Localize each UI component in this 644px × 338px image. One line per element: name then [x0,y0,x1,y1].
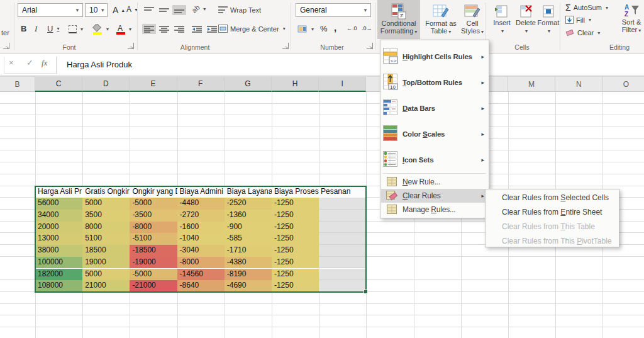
column-header-D[interactable]: D [82,77,130,92]
fill-color-button[interactable] [91,23,111,36]
table-cell[interactable]: -1250 [272,210,319,222]
column-header-F[interactable]: F [177,77,225,92]
enter-icon[interactable]: ✓ [26,58,33,67]
table-cell[interactable]: -21000 [130,280,177,292]
table-cell[interactable]: 13000 [35,233,82,245]
table-cell[interactable]: 21000 [82,280,130,292]
column-header-M[interactable]: M [508,77,555,92]
table-cell[interactable]: -5000 [130,198,177,210]
table-cell[interactable]: 18500 [82,245,130,257]
selected-empty-cell[interactable] [319,210,366,222]
table-cell[interactable]: -1040 [177,233,225,245]
clear-button[interactable]: Clear [564,28,602,38]
column-header-H[interactable]: H [272,77,319,92]
table-cell[interactable]: 20000 [35,222,82,234]
table-cell[interactable]: -8640 [177,280,225,292]
menu-item-manage-rules[interactable]: Manage Rules... [381,203,488,217]
column-header-C[interactable]: C [35,77,82,92]
table-cell[interactable]: 3500 [82,210,130,222]
table-cell[interactable]: 5000 [82,198,130,210]
menu-item-new-rule[interactable]: New Rule... [381,175,488,189]
selected-empty-cell[interactable] [319,257,366,269]
table-header-cell[interactable]: Biaya Proses Pesanan [272,186,366,198]
format-dropdown[interactable] [547,26,550,35]
table-header-cell[interactable]: Gratis Ongkir [82,186,130,198]
column-header-I[interactable]: I [319,77,366,92]
table-cell[interactable]: -1250 [272,280,319,292]
selected-empty-cell[interactable] [319,280,366,292]
table-cell[interactable]: -2520 [225,198,272,210]
format-as-table-button[interactable]: Format as Table [423,0,459,39]
top-align-button[interactable] [142,5,156,15]
decrease-font-size-button[interactable]: A▼ [125,4,140,15]
submenu-item-clear-rules-from-selected-cells[interactable]: Clear Rules from Selected Cells [486,190,618,205]
table-cell[interactable]: -1250 [272,233,319,245]
delete-dropdown[interactable] [524,26,528,35]
merge-center-button[interactable]: Merge & Center [216,23,287,34]
formula-bar-value[interactable]: Harga Asli Produk [67,60,132,69]
table-cell[interactable]: -4380 [225,257,272,269]
borders-button[interactable] [67,24,85,35]
selected-empty-cell[interactable] [319,245,366,257]
table-cell[interactable]: -14560 [177,269,225,281]
column-header-B[interactable]: B [0,77,35,92]
table-cell[interactable]: 100000 [35,257,82,269]
table-cell[interactable]: -1250 [272,245,319,257]
table-cell[interactable]: 5100 [82,233,130,245]
increase-decimal-button[interactable]: ←.0 [345,24,359,33]
table-cell[interactable]: -5100 [130,233,177,245]
submenu-item-clear-rules-from-entire-sheet[interactable]: Clear Rules from Entire Sheet [486,205,618,219]
table-cell[interactable]: -1250 [272,257,319,269]
column-header-N[interactable]: N [555,77,602,92]
menu-item-highlight-cells-rules[interactable]: <>Highlight Cells Rules▸ [381,43,488,69]
table-cell[interactable]: -1710 [225,245,272,257]
font-size-combobox[interactable]: 10▼ [85,3,108,17]
comma-style-button[interactable]: , [332,21,338,34]
dialog-launcher-icon[interactable] [128,43,134,49]
decrease-indent-button[interactable] [190,24,204,34]
table-cell[interactable]: -19000 [130,257,177,269]
column-header-O[interactable]: O [602,77,644,92]
italic-button[interactable]: I [33,23,39,35]
dialog-launcher-icon[interactable] [282,43,289,49]
column-header-E[interactable]: E [130,77,177,92]
table-cell[interactable]: -2720 [177,210,225,222]
accounting-format-button[interactable] [296,23,316,35]
align-right-button[interactable] [172,24,186,34]
font-name-combobox[interactable]: Arial▼ [18,3,83,17]
table-header-cell[interactable]: Harga Asli Pr [35,186,82,198]
table-cell[interactable]: -8000 [130,222,177,234]
table-cell[interactable]: -1250 [272,222,319,234]
table-cell[interactable]: -3040 [177,245,225,257]
table-cell[interactable]: 5000 [82,269,130,281]
table-cell[interactable]: -4480 [177,198,225,210]
autosum-button[interactable]: Σ AutoSum [564,1,610,14]
sort-filter-button[interactable]: A Z Sort & Filter [619,0,644,39]
table-cell[interactable]: 56000 [35,198,82,210]
table-cell[interactable]: -900 [225,222,272,234]
selected-empty-cell[interactable] [319,222,366,234]
number-format-combobox[interactable]: General▼ [296,3,371,17]
dialog-launcher-icon[interactable] [3,43,9,49]
font-color-button[interactable]: A [114,23,133,36]
chevron-down-icon[interactable]: ▼ [97,8,108,13]
menu-item-icon-sets[interactable]: Icon Sets▸ [381,147,488,172]
decrease-decimal-button[interactable]: .0→ [360,24,374,33]
table-header-cell[interactable]: Biaya Admini [177,186,225,198]
bottom-align-button[interactable] [172,5,186,15]
delete-cells-button[interactable]: Delete [514,0,537,39]
table-cell[interactable]: 34000 [35,210,82,222]
chevron-down-icon[interactable]: ▼ [72,8,82,13]
orientation-button[interactable]: ab [190,4,208,14]
table-cell[interactable]: -1600 [177,222,225,234]
table-cell[interactable]: -1360 [225,210,272,222]
dialog-launcher-icon[interactable] [367,43,373,49]
table-cell[interactable]: -8000 [177,257,225,269]
insert-dropdown[interactable] [500,26,504,35]
bold-button[interactable]: B [19,23,28,35]
insert-function-icon[interactable]: fx [42,58,47,68]
align-left-button[interactable] [142,24,156,34]
percent-style-button[interactable]: % [318,23,330,35]
menu-item-data-bars[interactable]: Data Bars▸ [381,95,488,121]
menu-item-clear-rules[interactable]: Clear Rules▸ [381,189,488,203]
